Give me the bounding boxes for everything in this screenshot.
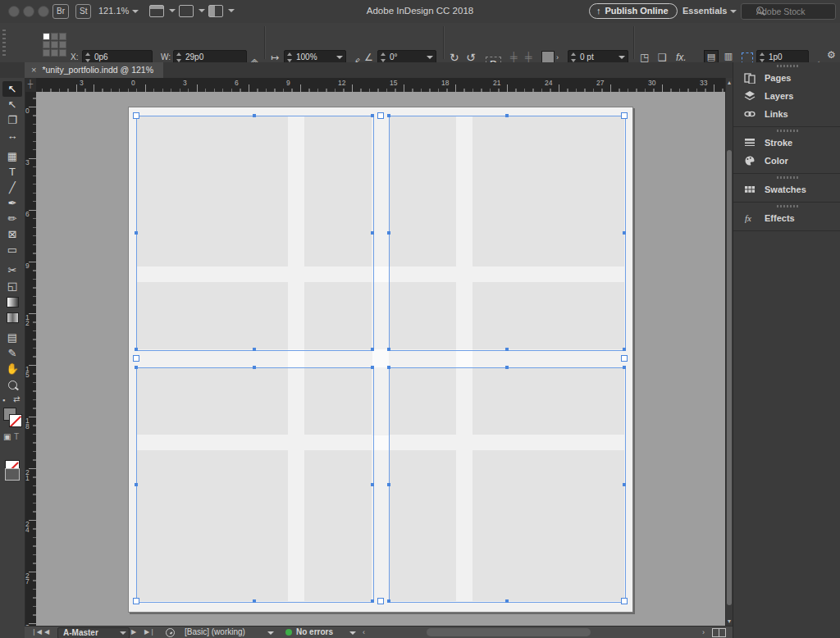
scroll-right-icon[interactable]: › — [702, 628, 705, 636]
panel-button-layers[interactable]: Layers — [733, 87, 840, 105]
note-tool[interactable]: ▤ — [2, 330, 22, 345]
frame-handle[interactable] — [371, 483, 374, 486]
reference-point-proxy[interactable] — [43, 33, 65, 55]
frame-handle[interactable] — [387, 114, 390, 117]
stepper-icon[interactable] — [286, 52, 294, 62]
chevron-down-icon[interactable] — [120, 631, 126, 635]
previous-page-button[interactable]: ◀ — [44, 628, 49, 636]
frame-handle[interactable] — [371, 599, 374, 603]
frame-handle[interactable] — [371, 348, 374, 351]
stepper-icon[interactable] — [84, 52, 92, 62]
swap-fill-stroke-icon[interactable]: ⇄ — [13, 394, 20, 403]
direct-selection-tool[interactable]: ↖ — [2, 97, 22, 112]
preflight-status-label[interactable]: No errors — [296, 627, 333, 636]
panel-group-grip[interactable] — [777, 130, 798, 132]
chevron-down-icon[interactable] — [228, 9, 235, 12]
panel-group-grip[interactable] — [777, 205, 798, 207]
stepper-icon[interactable] — [759, 52, 766, 62]
fill-flyout-arrow[interactable]: › — [556, 53, 559, 62]
hand-tool[interactable]: ✋ — [2, 361, 22, 376]
frame-handle[interactable] — [135, 366, 138, 369]
paragraph-style-dropdown[interactable]: [Basic] (working) — [185, 627, 245, 636]
line-tool[interactable]: ╱ — [2, 180, 22, 195]
vertical-scrollbar-thumb[interactable] — [727, 150, 732, 605]
gear-icon[interactable]: ⚙ — [827, 49, 836, 61]
chevron-down-icon[interactable] — [336, 56, 343, 59]
pencil-tool[interactable]: ✏ — [2, 211, 22, 226]
horizontal-ruler[interactable]: 303691215182124273033 — [36, 78, 725, 93]
panel-button-pages[interactable]: Pages — [733, 69, 840, 87]
frame-handle[interactable] — [371, 231, 374, 235]
page[interactable] — [128, 107, 633, 613]
effects-menu-icon[interactable]: fx. — [676, 52, 687, 63]
panel-button-color[interactable]: Color — [733, 152, 840, 170]
frame-handle[interactable] — [135, 231, 138, 235]
page-number-dropdown[interactable]: A-Master — [57, 627, 130, 638]
frame-handle[interactable] — [623, 348, 626, 351]
frame-handle[interactable] — [505, 114, 509, 117]
chevron-down-icon[interactable] — [267, 631, 274, 635]
frame-handle[interactable] — [387, 599, 390, 603]
content-collector-tool[interactable]: ▦ — [2, 148, 22, 164]
frame-handle[interactable] — [505, 348, 509, 351]
panel-button-links[interactable]: Links — [733, 105, 840, 123]
frame-handle[interactable] — [387, 231, 390, 235]
document-canvas[interactable] — [36, 92, 725, 626]
selected-frame[interactable] — [136, 367, 374, 603]
gap-tool[interactable]: ↔ — [2, 128, 22, 144]
selected-frame[interactable] — [389, 116, 626, 351]
view-options-icon[interactable] — [149, 5, 164, 17]
toolbar-stroke-swatch[interactable] — [9, 414, 22, 427]
frame-handle[interactable] — [623, 231, 626, 235]
frame-handle[interactable] — [253, 599, 256, 603]
close-tab-icon[interactable]: × — [31, 65, 36, 75]
scroll-up-icon[interactable]: ▴ — [728, 79, 731, 86]
window-zoom-button[interactable] — [38, 6, 49, 17]
chevron-down-icon[interactable] — [427, 56, 433, 59]
free-transform-tool[interactable]: ◱ — [2, 278, 22, 294]
corner-options-icon[interactable]: ◳ — [640, 52, 649, 63]
frame-handle[interactable] — [253, 348, 256, 351]
selection-bbox-handle[interactable] — [377, 112, 384, 119]
default-fill-stroke-icon[interactable]: ▪ — [2, 396, 5, 404]
frame-handle[interactable] — [505, 366, 509, 369]
frame-handle[interactable] — [623, 483, 626, 486]
screen-mode-button[interactable] — [5, 468, 20, 481]
panel-button-swatches[interactable]: Swatches — [733, 180, 840, 198]
frame-handle[interactable] — [135, 348, 138, 351]
scissors-tool[interactable]: ✂ — [2, 262, 22, 278]
chevron-down-icon[interactable] — [619, 56, 625, 59]
zoom-level-dropdown[interactable]: 121.1% — [98, 6, 139, 16]
stepper-icon[interactable] — [380, 52, 387, 62]
frame-handle[interactable] — [505, 599, 509, 603]
frame-tool[interactable]: ⊠ — [2, 226, 22, 242]
frame-handle[interactable] — [623, 366, 626, 369]
horizontal-scrollbar-thumb[interactable] — [427, 628, 591, 636]
frame-handle[interactable] — [371, 114, 374, 117]
selected-frame[interactable] — [389, 367, 626, 603]
spread-view-icon[interactable] — [719, 628, 726, 637]
frame-handle[interactable] — [387, 366, 390, 369]
horizontal-scrollbar[interactable] — [332, 628, 718, 636]
document-tab[interactable]: ×*unity_portfolio.indd @ 121% — [25, 62, 163, 78]
chevron-down-icon[interactable] — [169, 9, 176, 12]
selected-frame[interactable] — [136, 116, 374, 351]
selection-bbox-handle[interactable] — [133, 112, 139, 119]
panel-button-stroke[interactable]: Stroke — [733, 134, 840, 152]
stepper-icon[interactable] — [570, 52, 578, 62]
wrap-bounding-box-button[interactable]: ▥ — [722, 50, 735, 62]
scroll-down-icon[interactable]: ▾ — [728, 617, 731, 625]
zoom-tool[interactable] — [2, 376, 22, 392]
stepper-icon[interactable] — [176, 52, 183, 62]
page-tool[interactable]: ❐ — [2, 112, 22, 128]
color-theme-tool[interactable]: ✎ — [2, 345, 22, 361]
gradient-tool[interactable] — [2, 294, 22, 309]
selection-bbox-handle[interactable] — [621, 112, 628, 119]
pen-tool[interactable]: ✒ — [2, 195, 22, 211]
selection-bbox-handle[interactable] — [133, 598, 139, 604]
bridge-button[interactable]: Br — [52, 4, 69, 19]
workspace-switcher[interactable]: Essentials — [682, 6, 737, 16]
panel-group-grip[interactable] — [777, 65, 798, 67]
frame-handle[interactable] — [135, 483, 138, 486]
rectangle-tool[interactable]: ▭ — [2, 242, 22, 257]
